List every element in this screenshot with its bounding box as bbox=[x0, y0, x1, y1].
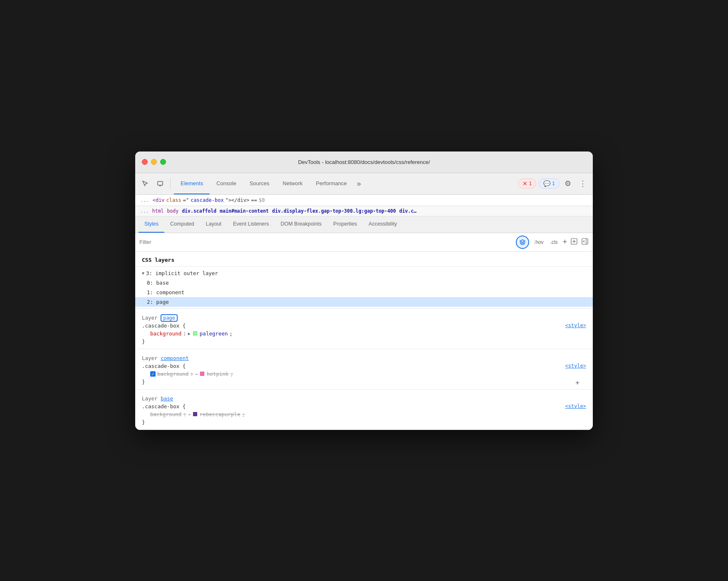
rule-selector-page: .cascade-box { <style> bbox=[135, 322, 593, 330]
layer-item-base[interactable]: 0: base bbox=[135, 278, 593, 288]
rule-close-comp: } + bbox=[135, 378, 593, 386]
tab-accessibility[interactable]: Accessibility bbox=[363, 216, 403, 233]
menu-button[interactable]: ⋮ bbox=[576, 177, 589, 190]
message-count: 1 bbox=[552, 181, 555, 186]
error-badge[interactable]: ✕ 1 bbox=[518, 179, 537, 189]
prop-triangle-page[interactable]: ▶ bbox=[188, 331, 191, 336]
more-tabs-button[interactable]: » bbox=[354, 173, 364, 194]
rule-source-base[interactable]: <style> bbox=[565, 403, 586, 409]
inspect-icon[interactable] bbox=[139, 177, 152, 190]
prop-colon-base: : bbox=[183, 411, 186, 417]
tab-performance[interactable]: Performance bbox=[309, 173, 353, 194]
rule-selector-text-comp: .cascade-box { bbox=[142, 363, 186, 369]
devtools-toolbar: Elements Console Sources Network Perform… bbox=[135, 173, 593, 195]
prop-checkbox-component[interactable]: ✓ bbox=[150, 371, 156, 377]
path-attr-close: "></div> bbox=[225, 197, 250, 203]
layer-item-component[interactable]: 1: component bbox=[135, 288, 593, 297]
cls-button[interactable]: .cls bbox=[548, 238, 559, 246]
toolbar-badges: ✕ 1 💬 1 bbox=[518, 179, 560, 189]
window-title: DevTools - localhost:8080/docs/devtools/… bbox=[298, 159, 430, 165]
prop-name-background-page: background bbox=[150, 330, 181, 337]
path-attr-class: class bbox=[166, 197, 181, 203]
prop-colon: : bbox=[183, 330, 186, 337]
pseudo-states-button[interactable]: :hov bbox=[532, 238, 545, 246]
message-icon: 💬 bbox=[543, 180, 550, 187]
prop-name-background-comp: background bbox=[157, 371, 188, 377]
rule-selector-component: .cascade-box { <style> bbox=[135, 362, 593, 370]
new-style-rule-button[interactable] bbox=[570, 238, 578, 247]
layer-label-page: Layer page bbox=[135, 312, 593, 322]
rule-source-component[interactable]: <style> bbox=[565, 363, 586, 369]
minimize-button[interactable] bbox=[151, 159, 157, 165]
tab-elements[interactable]: Elements bbox=[174, 173, 210, 194]
layers-icon-button[interactable] bbox=[516, 236, 529, 249]
breadcrumb-html[interactable]: html bbox=[152, 208, 164, 214]
color-swatch-palegreen[interactable] bbox=[193, 331, 197, 335]
tab-layout[interactable]: Layout bbox=[200, 216, 228, 233]
tab-sources[interactable]: Sources bbox=[243, 173, 276, 194]
settings-button[interactable]: ⚙ bbox=[561, 177, 574, 190]
layer-page-link[interactable]: page bbox=[161, 314, 178, 322]
breadcrumb-body[interactable]: body bbox=[167, 208, 178, 214]
css-layers-list: ▼ 3: implicit outer layer 0: base 1: com… bbox=[135, 267, 593, 309]
prop-semicolon-base: ; bbox=[242, 411, 245, 417]
breadcrumb-ellipsis: ... bbox=[140, 208, 149, 214]
tab-properties[interactable]: Properties bbox=[327, 216, 363, 233]
tab-network[interactable]: Network bbox=[276, 173, 310, 194]
breadcrumb-bar: ... html body div.scaffold main#main-con… bbox=[135, 206, 593, 216]
toolbar-tabs: Elements Console Sources Network Perform… bbox=[174, 173, 515, 194]
rule-source-page[interactable]: <style> bbox=[565, 323, 586, 328]
color-swatch-hotpink[interactable] bbox=[200, 372, 204, 376]
rule-selector-text-base: .cascade-box { bbox=[142, 403, 186, 410]
close-button[interactable] bbox=[142, 159, 148, 165]
prop-name-background-base: background bbox=[150, 411, 181, 417]
layer-label-base: Layer base bbox=[135, 393, 593, 402]
styles-tabs: Styles Computed Layout Event Listeners D… bbox=[135, 216, 593, 233]
tab-event-listeners[interactable]: Event Listeners bbox=[227, 216, 275, 233]
rule-section-page: Layer page .cascade-box { <style> backgr… bbox=[135, 309, 593, 349]
path-ellipsis: ... bbox=[140, 197, 149, 203]
breadcrumb-last[interactable]: div.c… bbox=[399, 208, 417, 214]
prop-semicolon-comp: ; bbox=[230, 371, 234, 377]
layer-label-component: Layer component bbox=[135, 353, 593, 362]
filter-input[interactable] bbox=[139, 239, 513, 245]
layer-parent-item[interactable]: ▼ 3: implicit outer layer bbox=[135, 268, 593, 278]
sidebar-toggle-button[interactable] bbox=[581, 238, 589, 247]
tab-dom-breakpoints[interactable]: DOM Breakpoints bbox=[275, 216, 327, 233]
devtools-window: DevTools - localhost:8080/docs/devtools/… bbox=[135, 151, 593, 430]
svg-rect-1 bbox=[159, 185, 161, 186]
rule-close-page: } bbox=[135, 338, 593, 345]
maximize-button[interactable] bbox=[160, 159, 166, 165]
css-layers-header: CSS layers bbox=[135, 252, 593, 267]
path-attr-eq: =" bbox=[183, 197, 189, 203]
rule-prop-background-page: background : ▶ palegreen ; bbox=[135, 330, 593, 338]
traffic-lights bbox=[142, 159, 166, 165]
tab-styles[interactable]: Styles bbox=[139, 216, 164, 233]
error-icon: ✕ bbox=[522, 180, 527, 187]
device-toggle-icon[interactable] bbox=[154, 177, 167, 190]
expand-icon: ▼ bbox=[142, 271, 144, 276]
layer-item-page[interactable]: 2: page bbox=[135, 297, 593, 307]
tab-console[interactable]: Console bbox=[210, 173, 243, 194]
color-swatch-rebeccapurple[interactable] bbox=[193, 412, 197, 416]
breadcrumb-main[interactable]: main#main-content bbox=[220, 208, 269, 214]
path-attr-value: cascade-box bbox=[191, 197, 223, 203]
message-badge[interactable]: 💬 1 bbox=[539, 179, 560, 189]
styles-content: CSS layers ▼ 3: implicit outer layer 0: … bbox=[135, 252, 593, 430]
add-style-rule-button[interactable]: + bbox=[562, 238, 567, 246]
rule-section-base: Layer base .cascade-box { <style> backgr… bbox=[135, 390, 593, 430]
prop-value-hotpink: hotpink bbox=[207, 371, 229, 377]
layer-base-link[interactable]: base bbox=[161, 395, 173, 402]
path-dom-equals: == bbox=[251, 197, 257, 203]
rule-prop-background-component: ✓ background : → hotpink ; bbox=[135, 370, 593, 378]
prop-value-palegreen: palegreen bbox=[200, 330, 228, 337]
layer-component-link[interactable]: component bbox=[161, 355, 189, 361]
element-path-bar: ... <div class="cascade-box"></div> == $… bbox=[135, 195, 593, 206]
breadcrumb-flex[interactable]: div.display-flex.gap-top-300.lg:gap-top-… bbox=[272, 208, 396, 214]
devtools-main: Elements Console Sources Network Perform… bbox=[135, 173, 593, 430]
breadcrumb-scaffold[interactable]: div.scaffold bbox=[182, 208, 216, 214]
tab-computed[interactable]: Computed bbox=[164, 216, 200, 233]
add-property-button-comp[interactable]: + bbox=[575, 379, 586, 387]
rule-selector-text: .cascade-box { bbox=[142, 323, 186, 329]
prop-semicolon-page: ; bbox=[230, 330, 233, 337]
